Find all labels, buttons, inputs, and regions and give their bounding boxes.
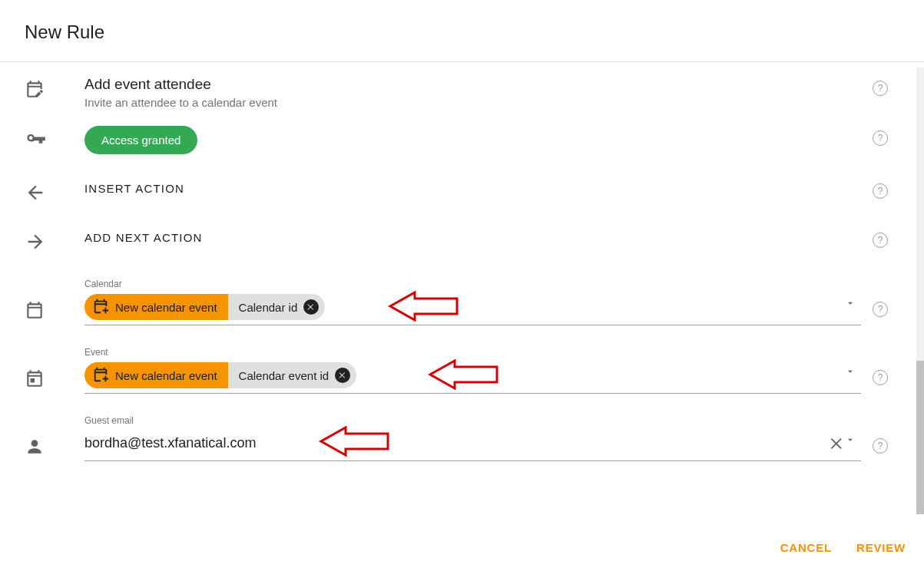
action-title: Add event attendee [84, 76, 861, 93]
new-rule-dialog: New Rule Add event attendee Invite an at… [0, 0, 924, 571]
access-granted-badge[interactable]: Access granted [84, 126, 197, 154]
chevron-down-icon[interactable] [843, 364, 858, 379]
key-icon [25, 126, 84, 150]
event-input[interactable]: New calendar event Calendar event id [84, 362, 861, 394]
help-icon[interactable]: ? [873, 438, 888, 454]
arrow-left-icon [25, 179, 84, 203]
chip-source-label: New calendar event [115, 301, 217, 314]
action-subtitle: Invite an attendee to a calendar event [84, 96, 861, 109]
action-header-row: Add event attendee Invite an attendee to… [0, 62, 924, 109]
calendar-chip[interactable]: New calendar event Calendar id [84, 294, 325, 320]
arrow-right-icon [25, 228, 84, 252]
guest-email-row: Guest email bordha@test.xfanatical.com ? [0, 394, 924, 461]
chevron-down-icon[interactable] [843, 295, 858, 311]
guest-email-input[interactable]: bordha@test.xfanatical.com [84, 431, 861, 461]
cancel-button[interactable]: CANCEL [780, 541, 832, 554]
event-field-row: Event New calendar event Calendar event … [0, 325, 924, 394]
add-next-action-row[interactable]: ADD NEXT ACTION ? [0, 211, 924, 260]
calendar-field-row: Calendar New calendar event Calendar id [0, 260, 924, 325]
calendar-add-icon [92, 298, 109, 317]
dialog-actions: CANCEL REVIEW [0, 529, 924, 571]
help-icon[interactable]: ? [873, 370, 888, 385]
scrollbar-track[interactable] [916, 68, 924, 514]
insert-action-label: INSERT ACTION [84, 179, 861, 195]
event-chip[interactable]: New calendar event Calendar event id [84, 362, 356, 388]
calendar-add-icon [92, 366, 109, 385]
chevron-down-icon[interactable] [843, 432, 858, 447]
help-icon[interactable]: ? [873, 81, 888, 96]
guest-email-label: Guest email [84, 415, 861, 426]
chip-value-label: Calendar id [239, 301, 298, 314]
review-button[interactable]: REVIEW [856, 541, 906, 554]
dialog-content: Add event attendee Invite an attendee to… [0, 62, 924, 526]
person-icon [25, 415, 84, 457]
calendar-label: Calendar [84, 279, 861, 289]
insert-action-row[interactable]: INSERT ACTION ? [0, 162, 924, 211]
dialog-title: New Rule [0, 0, 924, 62]
event-label: Event [84, 347, 861, 358]
chip-value-label: Calendar event id [239, 369, 330, 382]
help-icon[interactable]: ? [873, 183, 888, 199]
guest-email-value: bordha@test.xfanatical.com [84, 432, 829, 454]
calendar-icon [25, 279, 84, 320]
calendar-input[interactable]: New calendar event Calendar id [84, 294, 861, 325]
access-row: Access granted ? [0, 109, 924, 162]
help-icon[interactable]: ? [873, 233, 888, 248]
add-next-action-label: ADD NEXT ACTION [84, 228, 861, 244]
calendar-event-icon [25, 347, 84, 388]
help-icon[interactable]: ? [873, 130, 888, 146]
chip-source-label: New calendar event [115, 369, 217, 382]
scrollbar-thumb[interactable] [916, 361, 924, 514]
calendar-edit-icon [25, 76, 84, 99]
chip-remove-icon[interactable] [303, 299, 319, 315]
chip-remove-icon[interactable] [335, 368, 350, 383]
help-icon[interactable]: ? [873, 302, 888, 317]
